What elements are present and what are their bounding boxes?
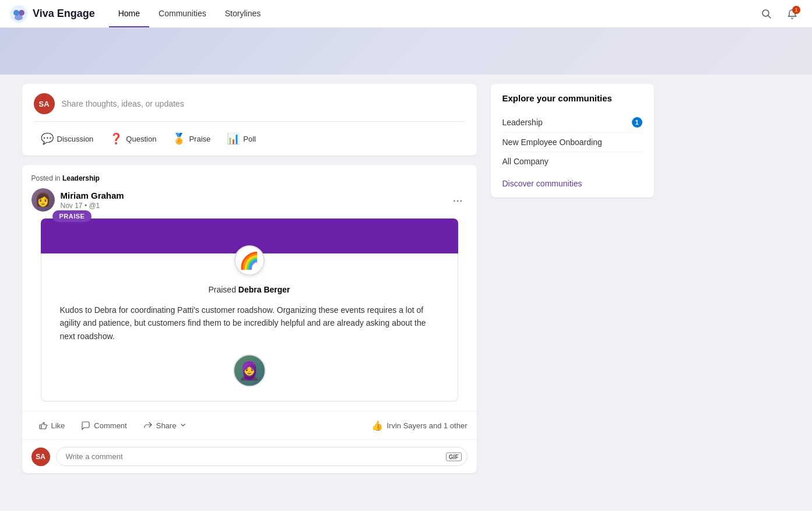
topnav-actions: 1: [756, 3, 803, 24]
comment-button[interactable]: Comment: [74, 417, 133, 434]
post-author: 👩 Miriam Graham Nov 17 • @1 ···: [31, 188, 467, 212]
compose-poll-btn[interactable]: 📊 Poll: [220, 129, 263, 149]
notification-badge: 1: [792, 6, 800, 14]
share-chevron-icon: [180, 422, 187, 429]
community-name-leadership: Leadership: [502, 118, 543, 127]
share-button[interactable]: Share: [136, 417, 194, 434]
nav-home[interactable]: Home: [109, 0, 149, 27]
svg-line-5: [768, 15, 771, 18]
comment-input[interactable]: [56, 447, 467, 466]
post-more-button[interactable]: ···: [448, 191, 467, 209]
compose-discussion-btn[interactable]: 💬 Discussion: [34, 129, 101, 149]
svg-point-3: [15, 15, 23, 20]
compose-actions: 💬 Discussion ❓ Question 🏅 Praise 📊 Poll: [34, 129, 465, 149]
community-item-onboarding[interactable]: New Employee Onboarding: [502, 133, 642, 152]
compose-top: SA Share thoughts, ideas, or updates: [34, 93, 465, 122]
community-badge-leadership: 1: [632, 117, 642, 128]
compose-avatar: SA: [34, 93, 55, 114]
nav-storylines[interactable]: Storylines: [216, 0, 270, 27]
discussion-label: Discussion: [57, 135, 94, 143]
nav-communities[interactable]: Communities: [149, 0, 216, 27]
compose-praise-btn[interactable]: 🏅 Praise: [166, 129, 217, 149]
discover-communities-link[interactable]: Discover communities: [502, 179, 642, 188]
question-icon: ❓: [110, 132, 122, 145]
poll-label: Poll: [243, 135, 256, 143]
share-label: Share: [156, 421, 177, 430]
post-actions: Like Comment Share: [22, 411, 477, 439]
reactions-thumb-icon: 👍: [371, 420, 383, 431]
like-icon: [38, 421, 48, 430]
praise-icon: 🏅: [173, 132, 185, 145]
question-label: Question: [126, 135, 156, 143]
hero-banner: [0, 28, 812, 75]
gif-button[interactable]: GIF: [446, 452, 462, 461]
posted-in-prefix: Posted in: [31, 174, 61, 182]
praise-badge-label: PRAISE: [52, 210, 92, 222]
post-header: Posted in Leadership 👩 Miriam Graham Nov…: [22, 165, 477, 219]
post-mention: @1: [89, 202, 100, 210]
communities-card: Explore your communities Leadership 1 Ne…: [491, 84, 654, 198]
main-layout: SA Share thoughts, ideas, or updates 💬 D…: [13, 75, 800, 482]
poll-icon: 📊: [227, 132, 240, 145]
comment-input-wrap: GIF: [56, 447, 467, 466]
like-label: Like: [51, 421, 65, 430]
praise-content: 🌈 Praised Debra Berger Kudos to Debra fo…: [41, 253, 458, 401]
praise-wrapper: PRAISE 🌈 Praised Debra Berger Kudos to D…: [22, 219, 477, 411]
comment-row: SA GIF: [22, 439, 477, 473]
comment-label: Comment: [94, 421, 126, 430]
author-sub: Nov 17 • @1: [61, 202, 442, 210]
search-icon: [761, 9, 772, 19]
comment-icon: [81, 421, 90, 430]
post-meta: Posted in Leadership: [31, 174, 467, 182]
communities-card-title: Explore your communities: [502, 93, 642, 103]
sidebar-column: Explore your communities Leadership 1 Ne…: [491, 75, 654, 482]
compose-box: SA Share thoughts, ideas, or updates 💬 D…: [22, 84, 477, 156]
post-date: Nov 17: [61, 202, 83, 210]
like-button[interactable]: Like: [31, 417, 72, 434]
post-reactions: 👍 Irvin Sayers and 1 other: [371, 420, 467, 431]
praise-text: Kudos to Debra for coordinating Patti's …: [60, 304, 439, 343]
praised-prefix: Praised: [208, 285, 235, 294]
praise-banner: PRAISE 🌈 Praised Debra Berger Kudos to D…: [41, 219, 458, 401]
share-icon: [143, 421, 153, 430]
praise-label: Praise: [189, 135, 210, 143]
viva-engage-icon: [9, 5, 28, 23]
comment-avatar: SA: [31, 447, 50, 466]
author-avatar-img: 👩: [31, 188, 55, 212]
community-name-allcompany: All Company: [502, 157, 549, 166]
topnav: Viva Engage Home Communities Storylines …: [0, 0, 812, 28]
post-card: Posted in Leadership 👩 Miriam Graham Nov…: [22, 165, 477, 473]
rainbow-icon: 🌈: [234, 245, 265, 276]
app-name: Viva Engage: [33, 8, 95, 20]
community-item-leadership[interactable]: Leadership 1: [502, 112, 642, 133]
discussion-icon: 💬: [41, 132, 54, 145]
post-community[interactable]: Leadership: [62, 174, 100, 182]
compose-placeholder[interactable]: Share thoughts, ideas, or updates: [62, 99, 184, 108]
praised-line: Praised Debra Berger: [60, 285, 439, 294]
nav-links: Home Communities Storylines: [109, 0, 270, 27]
praised-name[interactable]: Debra Berger: [238, 285, 290, 294]
community-name-onboarding: New Employee Onboarding: [502, 138, 602, 147]
app-logo[interactable]: Viva Engage: [9, 5, 95, 23]
author-avatar: 👩: [31, 188, 55, 212]
reactions-text: Irvin Sayers and 1 other: [386, 421, 467, 430]
author-name[interactable]: Miriam Graham: [61, 191, 442, 200]
notifications-button[interactable]: 1: [782, 3, 803, 24]
search-button[interactable]: [756, 3, 777, 24]
praised-avatar: 🧕: [233, 354, 266, 387]
feed-column: SA Share thoughts, ideas, or updates 💬 D…: [22, 75, 477, 482]
author-info: Miriam Graham Nov 17 • @1: [61, 191, 442, 210]
community-item-allcompany[interactable]: All Company: [502, 152, 642, 171]
compose-question-btn[interactable]: ❓ Question: [103, 129, 163, 149]
